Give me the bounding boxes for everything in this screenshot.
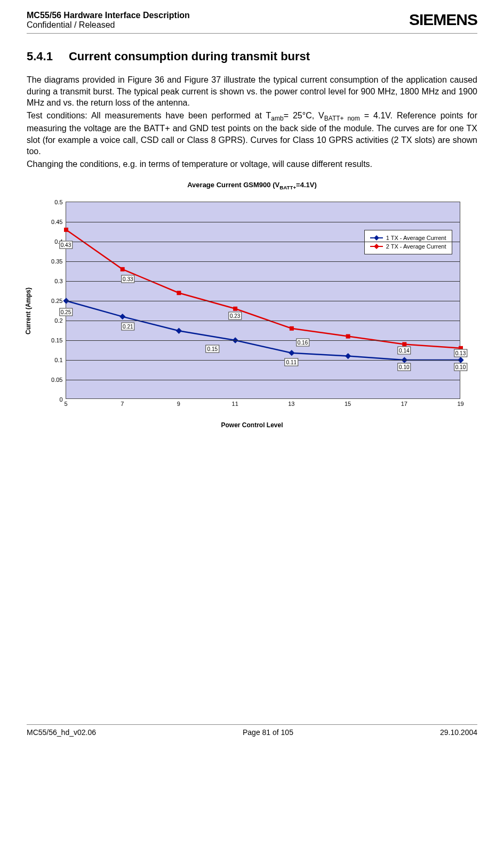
y-tick: 0.5 bbox=[54, 199, 66, 205]
gridline bbox=[66, 360, 460, 361]
page-footer: MC55/56_hd_v02.06 Page 81 of 105 29.10.2… bbox=[27, 724, 477, 737]
chart-title-post: =4.1V) bbox=[296, 181, 317, 189]
svg-rect-10 bbox=[177, 291, 181, 295]
section-number: 5.4.1 bbox=[27, 50, 53, 63]
footer-right: 29.10.2004 bbox=[440, 728, 477, 737]
y-tick: 0.05 bbox=[51, 377, 66, 383]
y-tick: 0.1 bbox=[54, 357, 66, 363]
data-label: 0.16 bbox=[296, 338, 309, 346]
x-tick: 19 bbox=[457, 398, 463, 407]
p2-sub-b: BATT+ nom bbox=[324, 115, 360, 122]
doc-title: MC55/56 Hardware Interface Description bbox=[27, 11, 190, 20]
data-label: 0.14 bbox=[397, 346, 411, 354]
gridline bbox=[66, 242, 460, 242]
paragraph-3: Changing the conditions, e.g. in terms o… bbox=[27, 158, 477, 170]
y-tick: 0.45 bbox=[51, 219, 66, 225]
x-axis-label: Power Control Level bbox=[221, 421, 283, 429]
page-header: MC55/56 Hardware Interface Description C… bbox=[27, 11, 477, 34]
data-label: 0.11 bbox=[285, 358, 298, 366]
p2-sub-a: amb bbox=[271, 115, 283, 122]
gridline bbox=[66, 301, 460, 301]
y-tick: 0.15 bbox=[51, 337, 66, 343]
header-left: MC55/56 Hardware Interface Description C… bbox=[27, 11, 190, 30]
data-label: 0.25 bbox=[59, 308, 73, 316]
svg-rect-12 bbox=[289, 326, 293, 331]
section-heading: 5.4.1Current consumption during transmit… bbox=[27, 50, 477, 63]
chart-title-pre: Average Current GSM900 (V bbox=[187, 181, 279, 189]
svg-rect-5 bbox=[345, 353, 350, 359]
data-label: 0.33 bbox=[121, 275, 134, 283]
gridline bbox=[66, 340, 460, 341]
paragraph-1: The diagrams provided in Figure 36 and F… bbox=[27, 74, 477, 109]
x-tick: 7 bbox=[121, 398, 124, 407]
chart-title: Average Current GSM900 (VBATT+=4.1V) bbox=[27, 181, 477, 190]
data-label: 0.15 bbox=[206, 345, 219, 353]
y-tick: 0.35 bbox=[51, 258, 66, 265]
data-label: 0.13 bbox=[454, 349, 467, 357]
y-tick: 0.3 bbox=[54, 278, 66, 284]
svg-rect-4 bbox=[289, 350, 294, 356]
svg-rect-11 bbox=[233, 307, 237, 311]
svg-rect-9 bbox=[120, 267, 124, 271]
svg-rect-1 bbox=[119, 314, 125, 319]
section-title: Current consumption during transmit burs… bbox=[69, 50, 310, 63]
data-label: 0.21 bbox=[121, 323, 134, 331]
data-label: 0.10 bbox=[397, 363, 411, 371]
chart-container: Current (Amps) 1 TX - Average Current 2 … bbox=[34, 196, 471, 426]
footer-center: Page 81 of 105 bbox=[243, 728, 293, 737]
data-label: 0.43 bbox=[59, 241, 73, 249]
svg-rect-13 bbox=[346, 334, 350, 339]
data-label: 0.23 bbox=[228, 312, 242, 320]
x-tick: 13 bbox=[288, 398, 294, 407]
siemens-logo: SIEMENS bbox=[409, 11, 477, 29]
gridline bbox=[66, 261, 460, 262]
gridline bbox=[66, 222, 460, 222]
svg-rect-2 bbox=[175, 328, 181, 334]
y-axis-label: Current (Amps) bbox=[25, 287, 32, 334]
data-label: 0.10 bbox=[454, 363, 467, 371]
x-tick: 5 bbox=[64, 398, 67, 407]
p2-part-b: = 25°C, V bbox=[284, 111, 324, 120]
gridline bbox=[66, 321, 460, 321]
x-tick: 17 bbox=[401, 398, 407, 407]
chart-title-sub: BATT+ bbox=[279, 184, 296, 190]
p2-part-a: Test conditions: All measurements have b… bbox=[27, 111, 271, 120]
svg-rect-8 bbox=[64, 228, 68, 232]
plot-area: 1 TX - Average Current 2 TX - Average Cu… bbox=[66, 202, 460, 399]
x-tick: 11 bbox=[232, 398, 238, 407]
footer-left: MC55/56_hd_v02.06 bbox=[27, 728, 96, 737]
x-tick: 9 bbox=[177, 398, 180, 407]
y-tick: 0.2 bbox=[54, 317, 66, 324]
x-tick: 15 bbox=[345, 398, 351, 407]
doc-status: Confidential / Released bbox=[27, 20, 190, 30]
paragraph-2: Test conditions: All measurements have b… bbox=[27, 110, 477, 157]
gridline bbox=[66, 380, 460, 380]
y-tick: 0.25 bbox=[51, 298, 66, 304]
